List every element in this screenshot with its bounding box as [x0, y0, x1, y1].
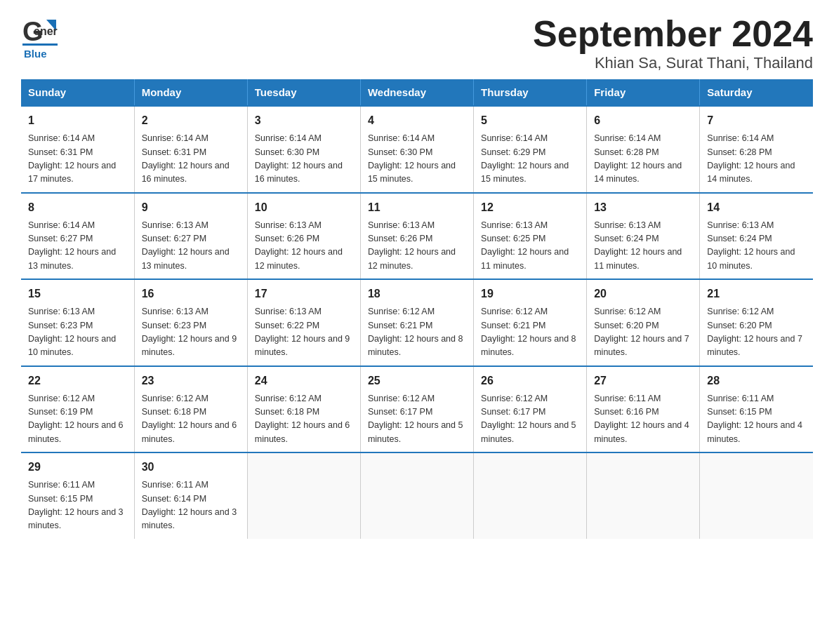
day-number: 23 — [142, 373, 240, 389]
calendar-cell: 20Sunrise: 6:12 AMSunset: 6:20 PMDayligh… — [587, 279, 700, 366]
day-info: Sunrise: 6:14 AMSunset: 6:29 PMDaylight:… — [481, 132, 579, 187]
calendar-cell: 25Sunrise: 6:12 AMSunset: 6:17 PMDayligh… — [360, 366, 473, 453]
calendar-cell: 27Sunrise: 6:11 AMSunset: 6:16 PMDayligh… — [587, 366, 700, 453]
day-number: 10 — [255, 199, 353, 216]
calendar-table: Sunday Monday Tuesday Wednesday Thursday… — [21, 79, 813, 539]
calendar-cell: 1Sunrise: 6:14 AMSunset: 6:31 PMDaylight… — [21, 106, 134, 193]
calendar-cell — [247, 452, 360, 539]
day-info: Sunrise: 6:13 AMSunset: 6:27 PMDaylight:… — [142, 219, 240, 274]
day-number: 24 — [255, 373, 353, 389]
day-info: Sunrise: 6:12 AMSunset: 6:21 PMDaylight:… — [368, 305, 466, 360]
calendar-cell — [360, 452, 473, 539]
day-number: 9 — [142, 199, 240, 216]
calendar-cell: 8Sunrise: 6:14 AMSunset: 6:27 PMDaylight… — [21, 193, 134, 280]
calendar-cell: 2Sunrise: 6:14 AMSunset: 6:31 PMDaylight… — [134, 106, 247, 193]
logo: G eneral Blue — [21, 14, 58, 60]
calendar-cell: 17Sunrise: 6:13 AMSunset: 6:22 PMDayligh… — [247, 279, 360, 366]
day-info: Sunrise: 6:11 AMSunset: 6:14 PMDaylight:… — [142, 478, 240, 533]
calendar-cell: 24Sunrise: 6:12 AMSunset: 6:18 PMDayligh… — [247, 366, 360, 453]
calendar-cell: 19Sunrise: 6:12 AMSunset: 6:21 PMDayligh… — [474, 279, 587, 366]
calendar-cell: 15Sunrise: 6:13 AMSunset: 6:23 PMDayligh… — [21, 279, 134, 366]
calendar-cell: 6Sunrise: 6:14 AMSunset: 6:28 PMDaylight… — [587, 106, 700, 193]
day-number: 4 — [368, 112, 466, 129]
calendar-header-row: Sunday Monday Tuesday Wednesday Thursday… — [21, 79, 813, 106]
week-row-4: 22Sunrise: 6:12 AMSunset: 6:19 PMDayligh… — [21, 366, 813, 453]
day-info: Sunrise: 6:14 AMSunset: 6:28 PMDaylight:… — [707, 132, 806, 187]
day-info: Sunrise: 6:12 AMSunset: 6:17 PMDaylight:… — [481, 392, 579, 447]
day-info: Sunrise: 6:12 AMSunset: 6:20 PMDaylight:… — [707, 305, 806, 360]
day-info: Sunrise: 6:12 AMSunset: 6:19 PMDaylight:… — [28, 392, 127, 447]
day-number: 11 — [368, 199, 466, 216]
col-saturday: Saturday — [700, 79, 813, 106]
col-thursday: Thursday — [474, 79, 587, 106]
col-monday: Monday — [134, 79, 247, 106]
day-number: 29 — [28, 459, 127, 476]
day-number: 12 — [481, 199, 579, 216]
day-info: Sunrise: 6:13 AMSunset: 6:24 PMDaylight:… — [594, 219, 692, 274]
day-info: Sunrise: 6:13 AMSunset: 6:24 PMDaylight:… — [707, 219, 806, 274]
calendar-cell: 16Sunrise: 6:13 AMSunset: 6:23 PMDayligh… — [134, 279, 247, 366]
day-number: 1 — [28, 112, 127, 129]
calendar-cell: 23Sunrise: 6:12 AMSunset: 6:18 PMDayligh… — [134, 366, 247, 453]
svg-rect-2 — [22, 43, 58, 46]
day-number: 22 — [28, 373, 127, 389]
logo-icon: G eneral — [21, 14, 58, 51]
day-number: 21 — [707, 286, 806, 302]
day-number: 5 — [481, 112, 579, 129]
svg-text:eneral: eneral — [34, 25, 58, 37]
calendar-cell: 9Sunrise: 6:13 AMSunset: 6:27 PMDaylight… — [134, 193, 247, 280]
day-info: Sunrise: 6:12 AMSunset: 6:18 PMDaylight:… — [142, 392, 240, 447]
day-number: 14 — [707, 199, 806, 216]
calendar-cell: 22Sunrise: 6:12 AMSunset: 6:19 PMDayligh… — [21, 366, 134, 453]
calendar-cell: 3Sunrise: 6:14 AMSunset: 6:30 PMDaylight… — [247, 106, 360, 193]
day-info: Sunrise: 6:13 AMSunset: 6:26 PMDaylight:… — [368, 219, 466, 274]
day-number: 19 — [481, 286, 579, 302]
col-tuesday: Tuesday — [247, 79, 360, 106]
calendar-subtitle: Khian Sa, Surat Thani, Thailand — [533, 54, 813, 72]
calendar-cell: 7Sunrise: 6:14 AMSunset: 6:28 PMDaylight… — [700, 106, 813, 193]
day-info: Sunrise: 6:14 AMSunset: 6:28 PMDaylight:… — [594, 132, 692, 187]
col-wednesday: Wednesday — [360, 79, 473, 106]
day-info: Sunrise: 6:11 AMSunset: 6:16 PMDaylight:… — [594, 392, 692, 447]
calendar-cell — [700, 452, 813, 539]
day-number: 15 — [28, 286, 127, 302]
week-row-1: 1Sunrise: 6:14 AMSunset: 6:31 PMDaylight… — [21, 106, 813, 193]
day-info: Sunrise: 6:13 AMSunset: 6:22 PMDaylight:… — [255, 305, 353, 360]
calendar-cell: 30Sunrise: 6:11 AMSunset: 6:14 PMDayligh… — [134, 452, 247, 539]
day-number: 25 — [368, 373, 466, 389]
calendar-title: September 2024 — [533, 14, 813, 54]
calendar-cell: 14Sunrise: 6:13 AMSunset: 6:24 PMDayligh… — [700, 193, 813, 280]
calendar-cell — [587, 452, 700, 539]
week-row-2: 8Sunrise: 6:14 AMSunset: 6:27 PMDaylight… — [21, 193, 813, 280]
day-number: 20 — [594, 286, 692, 302]
day-number: 30 — [142, 459, 240, 476]
day-info: Sunrise: 6:11 AMSunset: 6:15 PMDaylight:… — [28, 478, 127, 533]
calendar-cell: 12Sunrise: 6:13 AMSunset: 6:25 PMDayligh… — [474, 193, 587, 280]
day-info: Sunrise: 6:13 AMSunset: 6:23 PMDaylight:… — [142, 305, 240, 360]
calendar-cell: 13Sunrise: 6:13 AMSunset: 6:24 PMDayligh… — [587, 193, 700, 280]
day-info: Sunrise: 6:12 AMSunset: 6:18 PMDaylight:… — [255, 392, 353, 447]
calendar-cell — [474, 452, 587, 539]
page-header: G eneral Blue September 2024 Khian Sa, S… — [21, 14, 813, 72]
day-info: Sunrise: 6:14 AMSunset: 6:31 PMDaylight:… — [28, 132, 127, 187]
day-number: 17 — [255, 286, 353, 302]
day-info: Sunrise: 6:12 AMSunset: 6:21 PMDaylight:… — [481, 305, 579, 360]
calendar-cell: 26Sunrise: 6:12 AMSunset: 6:17 PMDayligh… — [474, 366, 587, 453]
day-number: 2 — [142, 112, 240, 129]
day-number: 26 — [481, 373, 579, 389]
week-row-5: 29Sunrise: 6:11 AMSunset: 6:15 PMDayligh… — [21, 452, 813, 539]
day-number: 6 — [594, 112, 692, 129]
calendar-cell: 4Sunrise: 6:14 AMSunset: 6:30 PMDaylight… — [360, 106, 473, 193]
day-info: Sunrise: 6:12 AMSunset: 6:20 PMDaylight:… — [594, 305, 692, 360]
day-info: Sunrise: 6:13 AMSunset: 6:26 PMDaylight:… — [255, 219, 353, 274]
day-number: 13 — [594, 199, 692, 216]
calendar-cell: 18Sunrise: 6:12 AMSunset: 6:21 PMDayligh… — [360, 279, 473, 366]
calendar-cell: 5Sunrise: 6:14 AMSunset: 6:29 PMDaylight… — [474, 106, 587, 193]
calendar-cell: 29Sunrise: 6:11 AMSunset: 6:15 PMDayligh… — [21, 452, 134, 539]
title-block: September 2024 Khian Sa, Surat Thani, Th… — [533, 14, 813, 72]
day-number: 16 — [142, 286, 240, 302]
day-info: Sunrise: 6:14 AMSunset: 6:30 PMDaylight:… — [255, 132, 353, 187]
day-number: 8 — [28, 199, 127, 216]
day-info: Sunrise: 6:12 AMSunset: 6:17 PMDaylight:… — [368, 392, 466, 447]
day-info: Sunrise: 6:11 AMSunset: 6:15 PMDaylight:… — [707, 392, 806, 447]
